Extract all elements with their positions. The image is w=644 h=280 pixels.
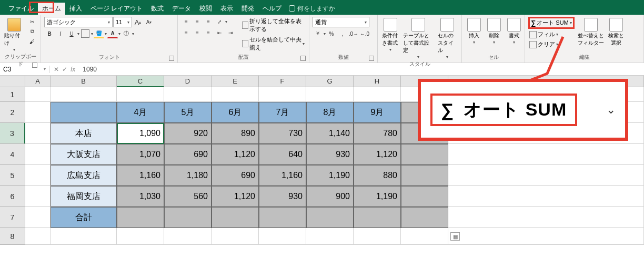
align-right-button[interactable]: ≡ [203, 28, 214, 37]
tab-developer[interactable]: 開発 [237, 3, 258, 15]
col-header-C[interactable]: C [117, 76, 164, 87]
cell-F7[interactable] [259, 207, 306, 228]
col-header-B[interactable]: B [51, 76, 117, 87]
tab-page-layout[interactable]: ページ レイアウト [86, 3, 147, 15]
col-header-G[interactable]: G [306, 76, 354, 87]
chevron-down-icon[interactable]: ▾ [118, 32, 120, 36]
font-color-button[interactable]: A [107, 29, 118, 38]
cell-C8[interactable] [117, 228, 164, 245]
row-header-2[interactable]: 2 [0, 102, 25, 123]
format-painter-button[interactable]: 🖌 [27, 37, 37, 46]
cell-G8[interactable] [306, 228, 354, 245]
comma-button[interactable]: , [337, 29, 348, 38]
tab-file[interactable]: ファイル [4, 3, 38, 15]
cell-D7[interactable] [164, 207, 212, 228]
cell-G7[interactable] [306, 207, 354, 228]
cell-E6[interactable]: 1,120 [212, 186, 259, 207]
merge-center-button[interactable]: セルを結合して中央揃え ▾ [241, 35, 306, 52]
cell-A2[interactable] [25, 102, 51, 123]
wrap-text-button[interactable]: 折り返して全体を表示する [241, 17, 306, 34]
chevron-down-icon[interactable]: ▾ [225, 19, 227, 24]
cell-H8[interactable] [354, 228, 401, 245]
currency-button[interactable]: ￥ [313, 29, 323, 38]
row-header-1[interactable]: 1 [0, 87, 25, 102]
cell-A8[interactable] [25, 228, 51, 245]
cell-B3[interactable]: 本店 [51, 123, 117, 144]
cell-A3[interactable] [25, 123, 51, 144]
chevron-down-icon[interactable]: ▾ [324, 32, 326, 36]
cell-I8[interactable] [401, 228, 448, 245]
row-header-7[interactable]: 7 [0, 207, 25, 228]
cell-H7[interactable] [354, 207, 401, 228]
fill-button[interactable]: フィル▾ [528, 30, 575, 39]
col-header-E[interactable]: E [212, 76, 259, 87]
cut-button[interactable]: ✂ [27, 17, 37, 26]
cell-rest6[interactable] [448, 186, 644, 207]
cell-E1[interactable] [212, 87, 259, 102]
cell-H3[interactable]: 780 [354, 123, 401, 144]
cell-H2[interactable]: 9月 [354, 102, 401, 123]
enter-formula-button[interactable]: ✓ [62, 66, 67, 73]
cell-rest7[interactable] [448, 207, 644, 228]
tab-formulas[interactable]: 数式 [147, 3, 168, 15]
cell-rest4[interactable] [448, 144, 644, 165]
col-header-A[interactable]: A [25, 76, 51, 87]
fill-color-button[interactable]: 🪣 [94, 29, 104, 38]
cell-rest8[interactable] [448, 228, 644, 245]
cell-G3[interactable]: 1,140 [306, 123, 354, 144]
align-center-button[interactable]: ≡ [192, 28, 203, 37]
cell-H1[interactable] [354, 87, 401, 102]
chevron-down-icon[interactable]: ▾ [132, 32, 134, 36]
cell-C1[interactable] [117, 87, 164, 102]
cell-H4[interactable]: 1,120 [354, 144, 401, 165]
cell-I6[interactable] [401, 186, 448, 207]
cancel-formula-button[interactable]: ✕ [54, 66, 59, 73]
bold-button[interactable]: B [44, 29, 55, 38]
cell-I7[interactable] [401, 207, 448, 228]
cell-I4[interactable] [401, 144, 448, 165]
cell-F8[interactable] [259, 228, 306, 245]
number-format-combo[interactable]: 通貨▾ [313, 17, 369, 27]
cell-B4[interactable]: 大阪支店 [51, 144, 117, 165]
formula-input[interactable]: 1090 [79, 66, 644, 73]
cell-A6[interactable] [25, 186, 51, 207]
cell-A7[interactable] [25, 207, 51, 228]
format-cells-button[interactable]: 書式▾ [505, 17, 523, 46]
cell-A1[interactable] [25, 87, 51, 102]
conditional-format-button[interactable]: 条件付き書式▾ [381, 17, 400, 53]
cell-styles-button[interactable]: セルのスタイル▾ [437, 17, 458, 60]
cell-D1[interactable] [164, 87, 212, 102]
copy-button[interactable]: ⧉ [27, 27, 37, 36]
cell-C4[interactable]: 1,070 [117, 144, 164, 165]
cell-E2[interactable]: 6月 [212, 102, 259, 123]
quick-analysis-tag[interactable]: ▦ [450, 232, 460, 241]
percent-button[interactable]: % [326, 29, 337, 38]
col-header-H[interactable]: H [354, 76, 401, 87]
row-header-4[interactable]: 4 [0, 144, 25, 165]
col-header-F[interactable]: F [259, 76, 306, 87]
decrease-decimal-button[interactable]: ←.0 [359, 29, 370, 38]
row-header-5[interactable]: 5 [0, 165, 25, 186]
cell-B8[interactable] [51, 228, 117, 245]
cell-F6[interactable]: 930 [259, 186, 306, 207]
cell-B2[interactable] [51, 102, 117, 123]
paste-button[interactable]: 貼り付け ▾ [3, 17, 25, 53]
phonetic-button[interactable]: ⓕ [121, 29, 132, 38]
cell-D6[interactable]: 560 [164, 186, 212, 207]
cell-D8[interactable] [164, 228, 212, 245]
chevron-down-icon[interactable]: ⌄ [606, 103, 616, 117]
cell-G4[interactable]: 930 [306, 144, 354, 165]
cell-D5[interactable]: 1,180 [164, 165, 212, 186]
indent-decrease-button[interactable]: ⇤ [214, 28, 225, 37]
chevron-down-icon[interactable]: ▾ [105, 32, 107, 36]
cell-G6[interactable]: 900 [306, 186, 354, 207]
col-header-D[interactable]: D [164, 76, 212, 87]
cell-B5[interactable]: 広島支店 [51, 165, 117, 186]
align-left-button[interactable]: ≡ [181, 28, 192, 37]
cell-F4[interactable]: 640 [259, 144, 306, 165]
tab-data[interactable]: データ [168, 3, 195, 15]
cell-B1[interactable] [51, 87, 117, 102]
indent-increase-button[interactable]: ⇥ [225, 28, 236, 37]
align-top-button[interactable]: ≡ [181, 17, 192, 26]
italic-button[interactable]: I [55, 29, 66, 38]
